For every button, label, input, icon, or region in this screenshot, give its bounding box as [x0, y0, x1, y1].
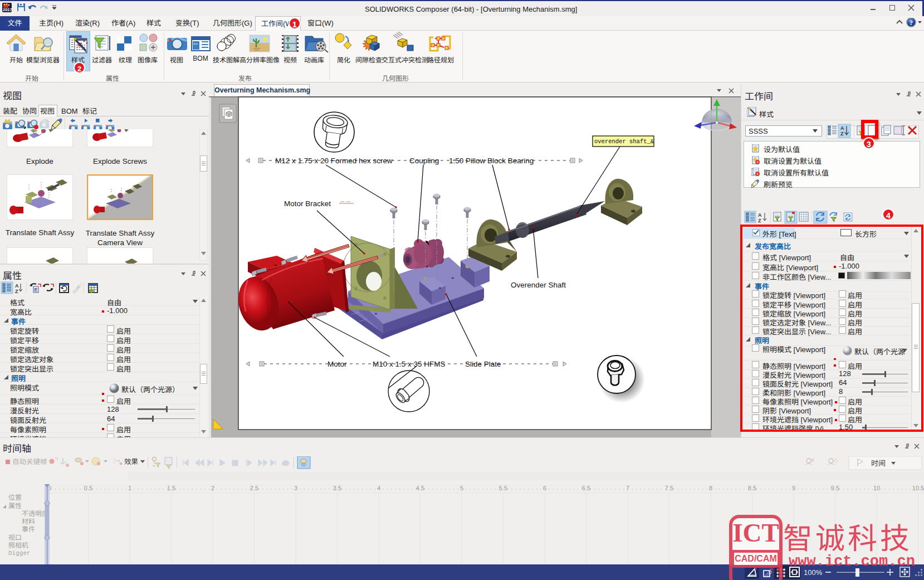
svg-text:3.5: 3.5 — [333, 485, 341, 491]
svg-text:自动关键帧: 自动关键帧 — [12, 458, 47, 466]
svg-text:2017: 2017 — [3, 7, 12, 12]
svg-text:效果: 效果 — [124, 458, 139, 466]
svg-text:Motor Bracket: Motor Bracket — [284, 199, 331, 208]
svg-text:位置: 位置 — [8, 494, 22, 501]
svg-text:1:50 Pillow Block Bearing: 1:50 Pillow Block Bearing — [449, 157, 534, 165]
svg-text:7: 7 — [626, 485, 629, 491]
svg-text:1.5: 1.5 — [167, 485, 175, 491]
svg-text:6: 6 — [543, 485, 546, 491]
svg-text:A: A — [15, 283, 19, 289]
svg-text:10.5: 10.5 — [912, 485, 924, 491]
svg-text:Digger: Digger — [8, 550, 31, 557]
svg-text:deal: deal — [193, 42, 198, 45]
svg-text:3: 3 — [294, 485, 297, 491]
svg-text:4: 4 — [377, 485, 380, 491]
svg-text:Coupling: Coupling — [409, 157, 439, 165]
svg-text:Overender Shaft: Overender Shaft — [511, 281, 566, 289]
svg-text:M10 x 1.5 x 35 HFMS: M10 x 1.5 x 35 HFMS — [373, 360, 446, 368]
svg-text:2: 2 — [211, 485, 214, 491]
svg-text:A: A — [758, 212, 762, 218]
svg-text:4.5: 4.5 — [416, 485, 424, 491]
svg-text:5.5: 5.5 — [499, 485, 507, 491]
svg-text:7.5: 7.5 — [665, 485, 673, 491]
svg-text:材料: 材料 — [22, 518, 35, 525]
svg-text:10: 10 — [873, 485, 880, 491]
svg-text:5: 5 — [460, 485, 463, 491]
svg-text:overender shaft_&: overender shaft_& — [594, 138, 654, 145]
svg-text:8.5: 8.5 — [748, 485, 756, 491]
svg-text:视口: 视口 — [8, 534, 22, 542]
svg-text:2.5: 2.5 — [250, 485, 258, 491]
svg-text:Z: Z — [840, 131, 844, 137]
svg-text:A: A — [840, 125, 844, 131]
svg-text:Z: Z — [758, 218, 761, 223]
svg-text:属性: 属性 — [8, 502, 22, 510]
svg-text:Motor: Motor — [327, 360, 347, 368]
svg-text:6.5: 6.5 — [582, 485, 590, 491]
svg-text:时间: 时间 — [871, 459, 886, 467]
svg-text:事件: 事件 — [22, 525, 35, 533]
svg-text:Slide Plate: Slide Plate — [465, 360, 501, 368]
svg-text:不透明度: 不透明度 — [22, 510, 48, 518]
svg-text:8: 8 — [709, 485, 712, 491]
svg-text:9: 9 — [792, 485, 795, 491]
svg-text:E: E — [35, 287, 38, 293]
svg-text:9.5: 9.5 — [831, 485, 839, 491]
svg-text:照相机: 照相机 — [8, 542, 28, 549]
svg-text:Z: Z — [15, 289, 18, 294]
svg-text:1: 1 — [128, 485, 131, 491]
svg-text:0.5: 0.5 — [84, 485, 92, 491]
svg-text:?: ? — [910, 19, 913, 27]
svg-text:M12 x 1.75 x 20 Formed hex scr: M12 x 1.75 x 20 Formed hex screw — [275, 157, 393, 165]
